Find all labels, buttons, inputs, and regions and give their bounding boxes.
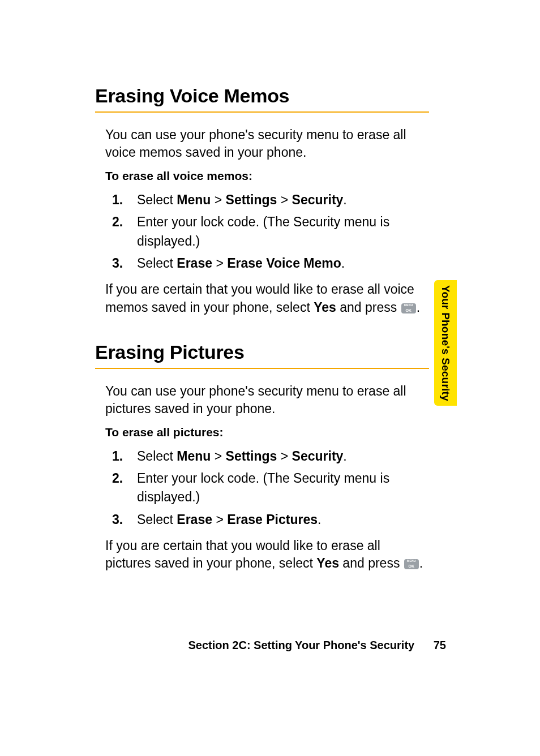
after-text: If you are certain that you would like t… [105,537,429,572]
section-2: Erasing Pictures You can use your phone'… [95,341,445,573]
after-text: If you are certain that you would like t… [105,281,429,316]
step-item: 3. Select Erase > Erase Pictures. [105,510,429,529]
step-list: 1. Select Menu > Settings > Security. 2.… [105,447,429,529]
step-item: 2. Enter your lock code. (The Security m… [105,213,429,251]
step-number: 1. [112,191,123,209]
section-body: You can use your phone's security menu t… [105,383,429,573]
section-heading: Erasing Voice Memos [95,85,445,107]
intro-text: You can use your phone's security menu t… [105,126,429,161]
step-list: 1. Select Menu > Settings > Security. 2.… [105,191,429,273]
page-number: 75 [434,639,446,652]
side-tab: Your Phone's Security [434,280,457,406]
step-number: 1. [112,447,123,466]
step-text: Select Menu > Settings > Security. [137,449,347,463]
subheading: To erase all voice memos: [105,169,429,183]
page-footer: Section 2C: Setting Your Phone's Securit… [95,639,446,652]
menu-ok-key-icon [401,303,416,313]
step-number: 3. [112,510,123,529]
step-text: Select Erase > Erase Voice Memo. [137,256,345,270]
side-tab-label: Your Phone's Security [439,285,452,401]
step-text: Select Menu > Settings > Security. [137,192,347,207]
section-heading: Erasing Pictures [95,341,445,363]
manual-page: Erasing Voice Memos You can use your pho… [0,0,540,756]
section-body: You can use your phone's security menu t… [105,126,429,316]
intro-text: You can use your phone's security menu t… [105,383,429,418]
step-item: 2. Enter your lock code. (The Security m… [105,469,429,507]
step-number: 3. [112,254,123,273]
step-text: Select Erase > Erase Pictures. [137,512,321,527]
step-item: 3. Select Erase > Erase Voice Memo. [105,254,429,273]
step-item: 1. Select Menu > Settings > Security. [105,191,429,209]
menu-ok-key-icon [404,559,419,569]
step-number: 2. [112,213,123,231]
section-rule [95,368,429,369]
section-rule [95,111,429,113]
step-item: 1. Select Menu > Settings > Security. [105,447,429,466]
footer-section: Section 2C: Setting Your Phone's Securit… [188,639,415,651]
step-text: Enter your lock code. (The Security menu… [137,471,389,504]
step-number: 2. [112,469,123,488]
subheading: To erase all pictures: [105,426,429,439]
step-text: Enter your lock code. (The Security menu… [137,214,389,248]
